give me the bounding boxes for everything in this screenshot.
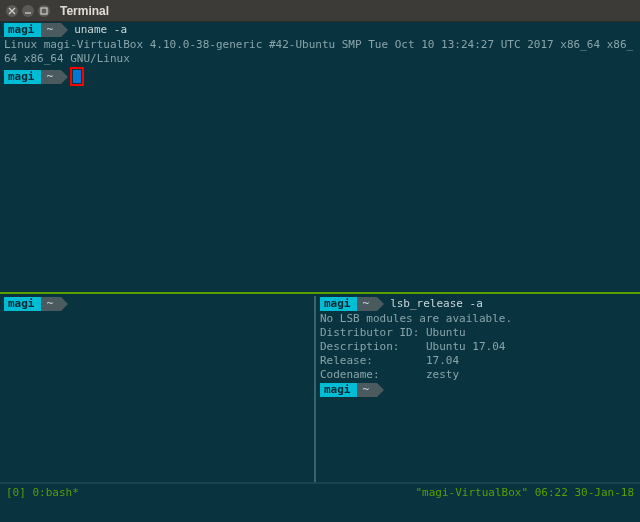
prompt-path: ~ [41, 23, 62, 37]
chevron-right-icon [377, 383, 384, 397]
chevron-right-icon [61, 297, 68, 311]
close-icon[interactable] [6, 5, 18, 17]
cursor-highlight-annotation [70, 67, 84, 86]
command-output: Linux magi-VirtualBox 4.10.0-38-generic … [0, 38, 640, 66]
maximize-icon[interactable] [38, 5, 50, 17]
terminal-area[interactable]: magi ~ uname -a Linux magi-VirtualBox 4.… [0, 22, 640, 500]
window-title: Terminal [60, 4, 109, 18]
prompt-user: magi [320, 383, 357, 397]
cursor-icon [73, 70, 81, 83]
prompt-line: magi ~ [0, 296, 314, 312]
svg-rect-0 [41, 8, 47, 14]
tmux-status-bar: [0] 0:bash* "magi-VirtualBox" 06:22 30-J… [0, 482, 640, 500]
prompt-user: magi [320, 297, 357, 311]
prompt-user: magi [4, 297, 41, 311]
chevron-right-icon [61, 23, 68, 37]
status-right: "magi-VirtualBox" 06:22 30-Jan-18 [415, 486, 634, 499]
status-left: [0] 0:bash* [6, 486, 79, 499]
prompt-line: magi ~ [316, 382, 640, 398]
prompt-line-active[interactable]: magi ~ [0, 66, 640, 87]
minimize-icon[interactable] [22, 5, 34, 17]
prompt-user: magi [4, 70, 41, 84]
pane-top[interactable]: magi ~ uname -a Linux magi-VirtualBox 4.… [0, 22, 640, 294]
lsb-description: Description: Ubuntu 17.04 [316, 340, 640, 354]
command-text: uname -a [74, 23, 127, 37]
prompt-user: magi [4, 23, 41, 37]
window-titlebar: Terminal [0, 0, 640, 22]
lsb-distributor: Distributor ID: Ubuntu [316, 326, 640, 340]
command-text: lsb_release -a [390, 297, 483, 311]
lsb-release: Release: 17.04 [316, 354, 640, 368]
prompt-path: ~ [41, 70, 62, 84]
prompt-path: ~ [357, 297, 378, 311]
prompt-line: magi ~ lsb_release -a [316, 296, 640, 312]
prompt-path: ~ [357, 383, 378, 397]
lsb-codename: Codename: zesty [316, 368, 640, 382]
chevron-right-icon [61, 70, 68, 84]
pane-bottom-right[interactable]: magi ~ lsb_release -a No LSB modules are… [316, 296, 640, 500]
pane-bottom-left[interactable]: magi ~ [0, 296, 314, 500]
prompt-path: ~ [41, 297, 62, 311]
lsb-output-header: No LSB modules are available. [316, 312, 640, 326]
window-controls [6, 5, 50, 17]
prompt-line: magi ~ uname -a [0, 22, 640, 38]
chevron-right-icon [377, 297, 384, 311]
